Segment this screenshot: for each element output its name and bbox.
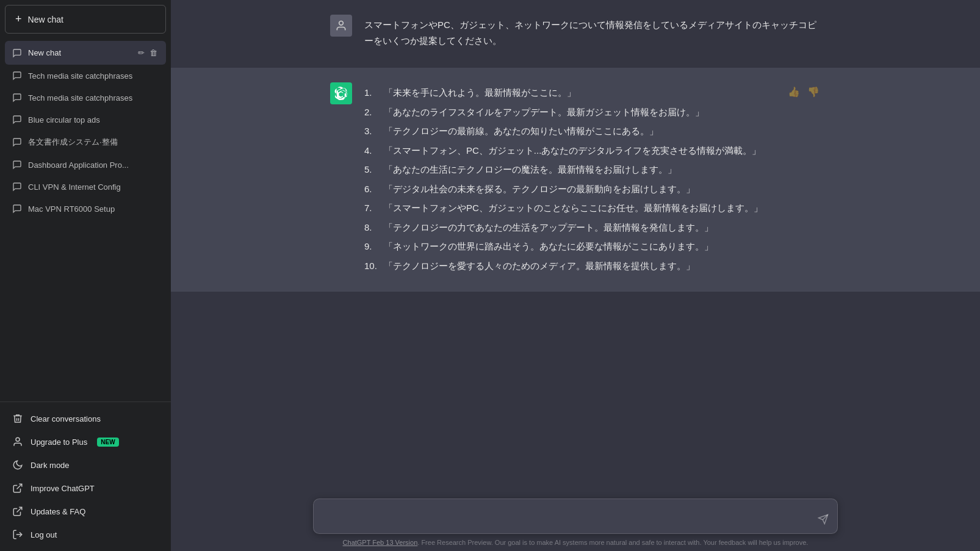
chat-item[interactable]: Tech media site catchphrases	[5, 87, 166, 109]
svg-point-0	[16, 438, 20, 441]
chat-item-label: 各文書作成システム·整備	[28, 137, 159, 148]
response-list-item: 6.「デジタル社会の未来を探る。テクノロジーの最新動向をお届けします。」	[364, 181, 821, 197]
improve-chatgpt-button[interactable]: Improve ChatGPT	[5, 477, 166, 500]
assistant-message-inner: 1.「未来を手に入れよう。最新情報がここに。」2.「あなたのライフスタイルをアッ…	[301, 82, 850, 277]
chat-icon	[12, 204, 22, 214]
chat-icon	[12, 48, 22, 58]
user-message-row: スマートフォンやPC、ガジェット、ネットワークについて情報発信をしているメディア…	[171, 0, 980, 68]
footer-text: ChatGPT Feb 13 Version. Free Research Pr…	[343, 539, 809, 546]
chat-item[interactable]: Mac VPN RT6000 Setup	[5, 198, 166, 220]
response-list-item: 10.「テクノロジーを愛する人々のためのメディア。最新情報を提供します。」	[364, 258, 821, 274]
response-item-number: 2.	[364, 104, 379, 120]
feedback-buttons: 👍 👎	[787, 85, 821, 99]
moon-icon	[12, 459, 23, 470]
response-item-number: 9.	[364, 239, 379, 254]
chat-history-list: New chat ✏ 🗑 Tech media site catchphrase…	[0, 38, 171, 402]
response-item-number: 1.	[364, 85, 379, 101]
svg-line-2	[17, 507, 22, 512]
thumbs-down-button[interactable]: 👎	[806, 85, 821, 99]
response-item-number: 8.	[364, 220, 379, 236]
chat-item[interactable]: Tech media site catchphrases	[5, 65, 166, 87]
response-list-item: 3.「テクノロジーの最前線。あなたの知りたい情報がここにある。」	[364, 123, 821, 139]
sidebar-bottom: Clear conversations Upgrade to Plus NEW …	[0, 402, 171, 551]
chat-item[interactable]: New chat ✏ 🗑	[5, 41, 166, 65]
chat-item[interactable]: Dashboard Application Pro...	[5, 154, 166, 176]
response-item-text: 「テクノロジーを愛する人々のためのメディア。最新情報を提供します。」	[384, 258, 695, 274]
updates-faq-label: Updates & FAQ	[31, 507, 85, 516]
response-list-item: 9.「ネットワークの世界に踏み出そう。あなたに必要な情報がここにあります。」	[364, 239, 821, 254]
edit-chat-button[interactable]: ✏	[137, 47, 146, 59]
user-message-text: スマートフォンやPC、ガジェット、ネットワークについて情報発信をしているメディア…	[364, 17, 821, 48]
send-button[interactable]	[816, 513, 830, 526]
response-item-number: 4.	[364, 143, 379, 159]
response-list-item: 7.「スマートフォンやPC、ガジェットのことならここにお任せ。最新情報をお届けし…	[364, 200, 821, 216]
user-message-content: スマートフォンやPC、ガジェット、ネットワークについて情報発信をしているメディア…	[364, 15, 821, 53]
chat-icon	[12, 137, 22, 147]
assistant-message-content: 1.「未来を手に入れよう。最新情報がここに。」2.「あなたのライフスタイルをアッ…	[364, 82, 821, 277]
chat-item-label: Blue circular top ads	[28, 115, 159, 124]
chat-item-label: Tech media site catchphrases	[28, 93, 159, 103]
main-content: スマートフォンやPC、ガジェット、ネットワークについて情報発信をしているメディア…	[171, 0, 980, 551]
svg-point-4	[339, 21, 344, 26]
response-item-number: 7.	[364, 200, 379, 216]
send-icon	[818, 514, 829, 525]
plus-icon: +	[15, 13, 22, 26]
response-item-number: 5.	[364, 162, 379, 178]
improve-chatgpt-label: Improve ChatGPT	[31, 484, 95, 493]
chat-item-label: Dashboard Application Pro...	[28, 160, 159, 170]
response-list-item: 1.「未来を手に入れよう。最新情報がここに。」	[364, 85, 821, 101]
chat-item[interactable]: CLI VPN & Internet Config	[5, 176, 166, 198]
response-item-text: 「テクノロジーの最前線。あなたの知りたい情報がここにある。」	[384, 123, 658, 139]
response-item-text: 「デジタル社会の未来を探る。テクノロジーの最新動向をお届けします。」	[384, 181, 695, 197]
thumbs-up-button[interactable]: 👍	[787, 85, 801, 99]
chat-item-label: New chat	[28, 48, 131, 57]
clear-conversations-label: Clear conversations	[31, 414, 101, 423]
external-link-icon-2	[12, 506, 23, 517]
delete-chat-button[interactable]: 🗑	[148, 47, 159, 59]
new-chat-label: New chat	[28, 15, 63, 24]
response-list-item: 8.「テクノロジーの力であなたの生活をアップデート。最新情報を発信します。」	[364, 220, 821, 236]
clear-conversations-button[interactable]: Clear conversations	[5, 407, 166, 430]
chat-item[interactable]: Blue circular top ads	[5, 109, 166, 131]
logout-button[interactable]: Log out	[5, 523, 166, 546]
new-chat-button[interactable]: + New chat	[5, 5, 166, 34]
response-item-text: 「あなたのライフスタイルをアップデート。最新ガジェット情報をお届け。」	[384, 104, 704, 120]
messages-area: スマートフォンやPC、ガジェット、ネットワークについて情報発信をしているメディア…	[171, 0, 980, 489]
chat-icon	[12, 93, 22, 103]
user-message-inner: スマートフォンやPC、ガジェット、ネットワークについて情報発信をしているメディア…	[301, 15, 850, 53]
logout-label: Log out	[31, 530, 57, 539]
response-list-item: 2.「あなたのライフスタイルをアップデート。最新ガジェット情報をお届け。」	[364, 104, 821, 120]
user-icon	[12, 436, 23, 447]
response-item-text: 「テクノロジーの力であなたの生活をアップデート。最新情報を発信します。」	[384, 220, 713, 236]
chat-item-label: Tech media site catchphrases	[28, 71, 159, 81]
chat-item-label: Mac VPN RT6000 Setup	[28, 204, 159, 214]
footer-description: . Free Research Preview. Our goal is to …	[417, 539, 808, 546]
new-badge: NEW	[97, 438, 118, 447]
response-item-text: 「スマートフォン、PC、ガジェット...あなたのデジタルライフを充実させる情報が…	[384, 143, 761, 159]
chat-actions: ✏ 🗑	[137, 47, 159, 59]
dark-mode-label: Dark mode	[31, 461, 70, 470]
trash-icon	[12, 413, 23, 424]
upgrade-label: Upgrade to Plus	[31, 438, 87, 447]
chat-icon	[12, 115, 22, 124]
chatgpt-version-link[interactable]: ChatGPT Feb 13 Version	[343, 539, 418, 546]
chat-icon	[12, 182, 22, 192]
response-item-text: 「スマートフォンやPC、ガジェットのことならここにお任せ。最新情報をお届けします…	[384, 200, 763, 216]
external-link-icon	[12, 483, 23, 494]
chat-item[interactable]: 各文書作成システム·整備	[5, 131, 166, 154]
response-list: 1.「未来を手に入れよう。最新情報がここに。」2.「あなたのライフスタイルをアッ…	[364, 85, 821, 273]
dark-mode-button[interactable]: Dark mode	[5, 453, 166, 477]
svg-line-1	[17, 484, 22, 489]
response-item-text: 「ネットワークの世界に踏み出そう。あなたに必要な情報がここにあります。」	[384, 239, 713, 254]
response-item-number: 10.	[364, 258, 379, 274]
assistant-avatar	[330, 82, 352, 104]
response-item-number: 6.	[364, 181, 379, 197]
updates-faq-button[interactable]: Updates & FAQ	[5, 500, 166, 523]
upgrade-to-plus-button[interactable]: Upgrade to Plus NEW	[5, 430, 166, 453]
response-list-item: 5.「あなたの生活にテクノロジーの魔法を。最新情報をお届けします。」	[364, 162, 821, 178]
input-area: ChatGPT Feb 13 Version. Free Research Pr…	[171, 489, 980, 551]
chat-icon	[12, 71, 22, 81]
response-item-text: 「未来を手に入れよう。最新情報がここに。」	[384, 85, 576, 101]
response-item-text: 「あなたの生活にテクノロジーの魔法を。最新情報をお届けします。」	[384, 162, 677, 178]
chat-input[interactable]	[314, 499, 837, 531]
